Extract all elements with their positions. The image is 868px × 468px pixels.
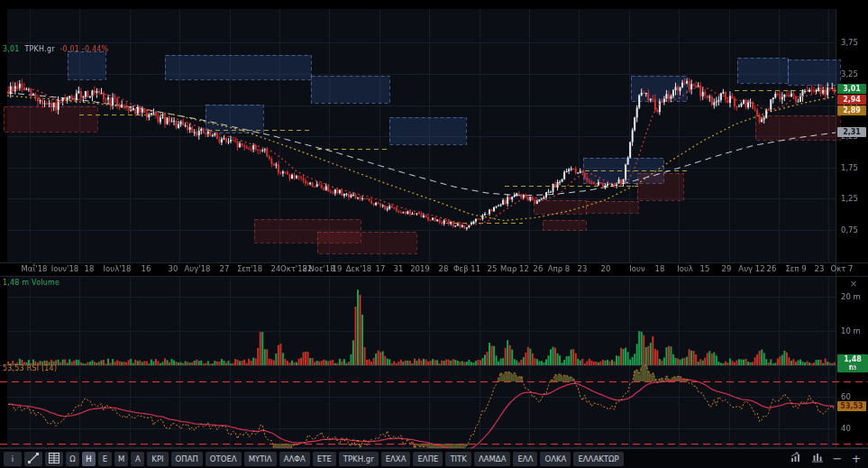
interval-button-group: ΩΗΕΜΑ [66,452,144,466]
performance-chart-icon [790,452,803,465]
ticker-button-group: ΚΡΙΟΠΑΠΟΤΟΕΛΜΥΤΙΛΑΛΦΑΕΤΕΤΡΚΗ.grΕΛΧΑΕΛΠΕΤ… [147,452,623,466]
rsi-axis-label: 40 [841,424,851,433]
chart-canvas[interactable] [0,0,868,468]
ticker-button-ΜΥΤΙΛ[interactable]: ΜΥΤΙΛ [244,452,277,466]
rsi-axis-label: 60 [841,392,851,401]
interval-button-Ε[interactable]: Ε [98,452,112,466]
ticker-button-ΤΙΤΚ[interactable]: ΤΙΤΚ [445,452,471,466]
ticker-button-ΕΛΛ[interactable]: ΕΛΛ [513,452,537,466]
price-tag: 2,31 [837,127,866,137]
volume-pane-close-button[interactable]: × [848,279,859,289]
volume-axis-label: 20 m [841,292,861,301]
rsi-tag: 53,53 [837,401,866,411]
trendline-tool-button[interactable] [24,452,42,466]
price-axis-label: 1,25 [841,194,858,203]
ticker-button-ΤΡΚΗ.gr[interactable]: ΤΡΚΗ.gr [339,452,379,466]
ticker-button-ΟΤΟΕΛ[interactable]: ΟΤΟΕΛ [206,452,242,466]
trendline-icon [28,453,39,465]
histogram-icon [811,452,824,465]
price-axis-label: 0,75 [841,225,858,234]
ticker-button-ΟΛΚΑ[interactable]: ΟΛΚΑ [540,452,571,466]
price-axis-label: 3,75 [841,38,858,47]
price-axis-label: 1,75 [841,163,858,172]
ticker-button-ΚΡΙ[interactable]: ΚΡΙ [147,452,168,466]
price-tag: 2,94 [837,95,866,105]
volume-axis-label: 10 m [841,326,861,335]
price-axis-label: 3,25 [841,69,858,78]
interval-button-Η[interactable]: Η [82,452,96,466]
interval-button-Ω[interactable]: Ω [66,452,79,466]
price-tag: 3,01 [837,84,866,94]
interval-button-Α[interactable]: Α [131,452,144,466]
interval-button-Μ[interactable]: Μ [114,452,128,466]
histogram-icon-button[interactable] [809,451,827,467]
grid-icon [49,453,59,465]
info-button[interactable]: i [4,452,22,466]
grid-layout-button[interactable] [45,452,63,466]
ticker-button-ΕΛΧΑ[interactable]: ΕΛΧΑ [381,452,411,466]
ticker-button-ΛΑΜΔΑ[interactable]: ΛΑΜΔΑ [474,452,511,466]
ticker-button-ΕΛΠΕ[interactable]: ΕΛΠΕ [413,452,443,466]
rsi-pane-close-button[interactable]: × [848,362,859,372]
price-tag: 2,89 [837,106,866,115]
ticker-button-ΕΤΕ[interactable]: ΕΤΕ [313,452,336,466]
ticker-button-ΑΛΦΑ[interactable]: ΑΛΦΑ [279,452,310,466]
performance-chart-icon-button[interactable] [788,451,806,467]
bottom-toolbar: i ΩΗΕΜΑ ΚΡΙΟΠΑΠΟΤΟΕΛΜΥΤΙΛΑΛΦΑΕΤΕΤΡΚΗ.grΕ… [0,448,868,468]
zoom-out-button[interactable]: − [829,451,845,467]
zoom-in-button[interactable]: + [848,451,864,467]
ticker-button-ΕΛΛΑΚΤΩΡ[interactable]: ΕΛΛΑΚΤΩΡ [573,452,623,466]
trading-terminal: 3,01 ΤΡΚΗ.gr -0,01 -0,44% 1,48 m Volume … [0,0,868,468]
ticker-button-ΟΠΑΠ[interactable]: ΟΠΑΠ [171,452,203,466]
